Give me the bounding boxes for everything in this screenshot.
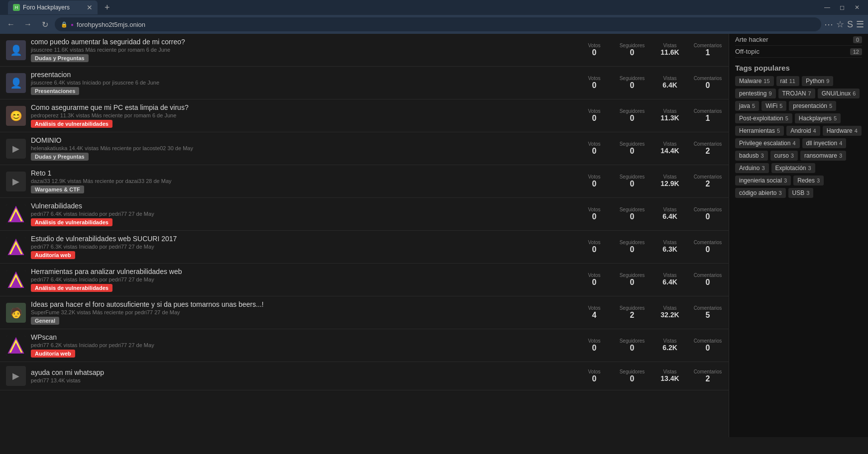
tag-label: GNU/Linux — [822, 90, 851, 97]
tag-count: 3 — [760, 153, 763, 159]
tab-close-btn[interactable]: ✕ — [87, 3, 93, 11]
thread-tag[interactable]: Análisis de vulnerabilidades — [31, 120, 112, 128]
tab-favicon: H — [13, 4, 20, 11]
tag-count: 11 — [789, 78, 795, 84]
thread-item[interactable]: ▶Reto 1dazai33 12.9K vistas Más reciente… — [0, 165, 729, 198]
sidebar-category-item[interactable]: Off-topic12 — [735, 46, 862, 58]
popular-tag[interactable]: Explotación 3 — [771, 163, 815, 173]
thread-title[interactable]: Como asegurarme que mi PC esta limpia de… — [31, 103, 574, 111]
close-button[interactable]: ✕ — [850, 0, 864, 14]
popular-tag[interactable]: Malware 15 — [735, 76, 774, 86]
thread-item[interactable]: 🧑Ideas para hacer el foro autosuficiente… — [0, 296, 729, 329]
thread-item[interactable]: Vulnerabilidadespedri77 6.4K vistas Inic… — [0, 198, 729, 231]
forward-button[interactable]: → — [21, 17, 35, 31]
thread-tag[interactable]: Análisis de vulnerabilidades — [31, 218, 112, 226]
sidebar-category-item[interactable]: Arte hacker0 — [735, 34, 862, 46]
popular-tag[interactable]: ingenieria social 3 — [735, 176, 791, 185]
popular-tag[interactable]: curso 3 — [770, 151, 798, 161]
tag-count: 3 — [761, 165, 764, 171]
thread-title[interactable]: Reto 1 — [31, 169, 574, 177]
thread-title[interactable]: Vulnerabilidades — [31, 202, 574, 210]
popular-tag[interactable]: Hackplayers 5 — [795, 113, 841, 123]
tag-count: 5 — [834, 115, 837, 121]
thread-title[interactable]: ayuda con mi whatsapp — [31, 368, 574, 376]
thread-title[interactable]: Ideas para hacer el foro autosuficiente … — [31, 300, 574, 308]
thread-item[interactable]: 👤presentacionjisuscree 6.4K vistas Inici… — [0, 67, 729, 99]
tag-count: 5 — [785, 115, 788, 121]
thread-meta: pedri77 6.4K vistas Iniciado por pedri77… — [31, 276, 574, 282]
thread-title[interactable]: como puedo aumentar la seguridad de mi c… — [31, 38, 574, 46]
popular-tag[interactable]: Hardware 4 — [823, 126, 862, 136]
popular-tag[interactable]: TROJAN 7 — [778, 89, 815, 98]
thread-info: Ideas para hacer el foro autosuficiente … — [31, 300, 574, 325]
thread-tag[interactable]: Wargames & CTF — [31, 185, 84, 193]
hamburger-menu-button[interactable]: ☰ — [856, 19, 864, 30]
sidebar-category-count: 0 — [853, 36, 862, 43]
popular-tag[interactable]: USB 3 — [788, 188, 814, 198]
thread-item[interactable]: ▶DOMINIOhelenakatiuska 14.4K vistas Más … — [0, 132, 729, 165]
popular-tag[interactable]: presentación 5 — [789, 101, 836, 111]
reload-button[interactable]: ↻ — [38, 17, 52, 31]
thread-tag[interactable]: Análisis de vulnerabilidades — [31, 284, 112, 292]
active-tab[interactable]: H Foro Hackplayers ✕ — [8, 0, 98, 14]
popular-tag[interactable]: código abierto 3 — [735, 188, 786, 198]
popular-tag[interactable]: badusb 3 — [735, 151, 768, 161]
thread-tag[interactable]: Auditoría web — [31, 350, 75, 358]
thread-item[interactable]: ▶ayuda con mi whatsapppedri77 13.4K vist… — [0, 362, 729, 390]
tags-container: Malware 15rat 11Python 9pentesting 9TROJ… — [735, 76, 862, 198]
tag-count: 3 — [817, 178, 820, 183]
thread-meta: pedri77 6.3K vistas Iniciado por pedri77… — [31, 244, 574, 250]
thread-info: como puedo aumentar la seguridad de mi c… — [31, 38, 574, 62]
tag-count: 5 — [752, 103, 755, 109]
stat-col: Comentarios1 — [693, 43, 723, 57]
popular-tag[interactable]: Post-exploitation 5 — [735, 113, 792, 123]
bookmark-button[interactable]: ☆ — [836, 19, 844, 30]
stat-col: Votos0 — [579, 174, 609, 188]
thread-tag[interactable]: Dudas y Preguntas — [31, 54, 89, 62]
stat-col: Vistas13.4K — [655, 369, 685, 383]
avatar: 👤 — [6, 73, 26, 93]
popular-tag[interactable]: java 5 — [735, 101, 759, 111]
back-button[interactable]: ← — [4, 17, 18, 31]
thread-tag[interactable]: General — [31, 317, 59, 325]
browser-titlebar: H Foro Hackplayers ✕ + — ◻ ✕ — [0, 0, 868, 15]
minimize-button[interactable]: — — [820, 0, 834, 14]
address-bar-container[interactable]: 🔒 ● forohpysho2t5mjs.onion — [55, 17, 821, 31]
thread-stats: Votos0Seguidores0Vistas14.4KComentarios2 — [579, 141, 723, 156]
sidebar-category-label: Arte hacker — [735, 36, 768, 43]
thread-title[interactable]: Herramientas para analizar vulnerabilida… — [31, 268, 574, 275]
thread-title[interactable]: DOMINIO — [31, 136, 574, 144]
thread-title[interactable]: presentacion — [31, 71, 574, 79]
thread-tag[interactable]: Presentaciones — [31, 87, 79, 95]
popular-tag[interactable]: Herramientas 5 — [735, 126, 784, 136]
avatar — [6, 336, 26, 356]
tag-label: rat — [780, 78, 787, 85]
popular-tag[interactable]: Arduino 3 — [735, 163, 769, 173]
more-options-button[interactable]: ⋯ — [824, 19, 833, 30]
thread-title[interactable]: Estudio de vulnerabilidades web SUCURI 2… — [31, 235, 574, 243]
tag-count: 5 — [829, 103, 832, 109]
thread-item[interactable]: 👤como puedo aumentar la seguridad de mi … — [0, 34, 729, 67]
popular-tag[interactable]: Python 9 — [802, 76, 833, 86]
popular-tag[interactable]: WiFi 5 — [761, 101, 786, 111]
popular-tag[interactable]: GNU/Linux 6 — [818, 89, 860, 98]
thread-tag[interactable]: Dudas y Preguntas — [31, 153, 89, 161]
thread-item[interactable]: Estudio de vulnerabilidades web SUCURI 2… — [0, 231, 729, 264]
thread-tag[interactable]: Auditoría web — [31, 251, 75, 259]
thread-info: ayuda con mi whatsapppedri77 13.4K vista… — [31, 368, 574, 383]
thread-item[interactable]: WPscanpedri77 6.2K vistas Iniciado por p… — [0, 329, 729, 362]
profile-button[interactable]: S — [847, 19, 853, 30]
popular-tag[interactable]: rat 11 — [776, 76, 799, 86]
popular-tag[interactable]: Privilege escalation 4 — [735, 138, 800, 148]
thread-item[interactable]: 😊Como asegurarme que mi PC esta limpia d… — [0, 99, 729, 132]
new-tab-button[interactable]: + — [102, 2, 113, 13]
thread-info: Reto 1dazai33 12.9K vistas Más reciente … — [31, 169, 574, 193]
popular-tag[interactable]: pentesting 9 — [735, 89, 776, 98]
popular-tag[interactable]: dll inyection 4 — [802, 138, 847, 148]
popular-tag[interactable]: ransomware 3 — [800, 151, 846, 161]
popular-tag[interactable]: Android 4 — [786, 126, 820, 136]
popular-tag[interactable]: Redes 3 — [793, 176, 824, 185]
restore-button[interactable]: ◻ — [835, 0, 849, 14]
thread-title[interactable]: WPscan — [31, 333, 574, 341]
thread-item[interactable]: Herramientas para analizar vulnerabilida… — [0, 264, 729, 296]
